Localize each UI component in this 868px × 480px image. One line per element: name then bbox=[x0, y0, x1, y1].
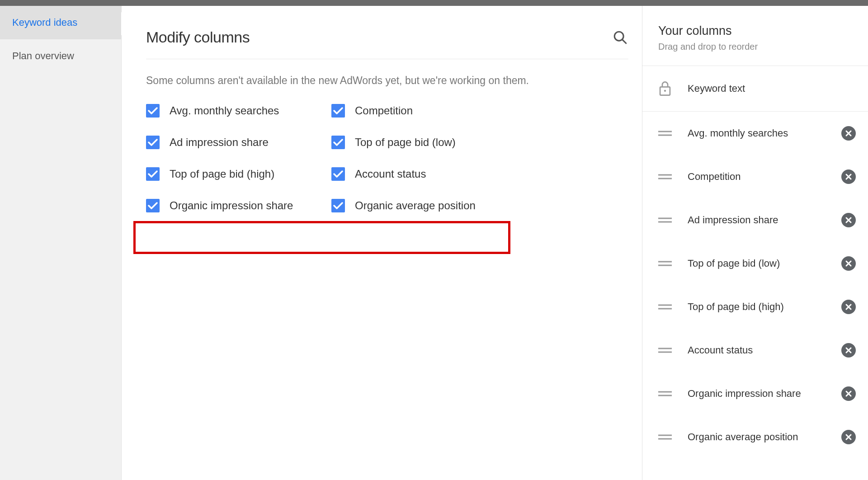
close-icon bbox=[845, 390, 852, 397]
checkbox-row-competition[interactable]: Competition bbox=[331, 104, 512, 118]
drag-handle-icon[interactable] bbox=[658, 130, 672, 136]
column-item[interactable]: Account status bbox=[642, 329, 868, 372]
drag-handle-icon[interactable] bbox=[658, 391, 672, 397]
checkbox-checked-icon bbox=[146, 136, 160, 149]
close-icon bbox=[845, 303, 852, 311]
checkbox-label: Ad impression share bbox=[170, 136, 269, 149]
checkbox-row-top-of-page-bid-low[interactable]: Top of page bid (low) bbox=[331, 136, 512, 149]
right-panel-title: Your columns bbox=[642, 24, 868, 42]
checkbox-label: Top of page bid (low) bbox=[355, 136, 456, 149]
drag-handle-icon[interactable] bbox=[658, 434, 672, 440]
remove-column-button[interactable] bbox=[841, 430, 856, 444]
checkbox-label: Competition bbox=[355, 104, 413, 117]
column-label: Organic impression share bbox=[688, 388, 841, 400]
checkbox-checked-icon bbox=[331, 167, 345, 181]
checkbox-label: Organic average position bbox=[355, 199, 476, 212]
svg-point-3 bbox=[664, 90, 666, 92]
checkbox-checked-icon bbox=[331, 199, 345, 212]
remove-column-button[interactable] bbox=[841, 386, 856, 401]
lock-icon bbox=[658, 81, 672, 96]
column-label: Top of page bid (high) bbox=[688, 301, 841, 313]
checkbox-label: Organic impression share bbox=[170, 199, 293, 212]
close-icon bbox=[845, 130, 852, 137]
locked-column-label: Keyword text bbox=[688, 83, 745, 94]
checkbox-checked-icon bbox=[146, 104, 160, 118]
close-icon bbox=[845, 260, 852, 267]
checkbox-checked-icon bbox=[146, 199, 160, 212]
column-item[interactable]: Ad impression share bbox=[642, 198, 868, 242]
remove-column-button[interactable] bbox=[841, 126, 856, 141]
column-item[interactable]: Avg. monthly searches bbox=[642, 112, 868, 155]
column-item[interactable]: Organic impression share bbox=[642, 372, 868, 415]
column-item[interactable]: Organic average position bbox=[642, 415, 868, 459]
main-header: Modify columns bbox=[146, 6, 628, 59]
checkbox-row-organic-impression-share[interactable]: Organic impression share bbox=[146, 199, 331, 212]
close-icon bbox=[845, 433, 852, 441]
drag-handle-icon[interactable] bbox=[658, 304, 672, 310]
checkbox-checked-icon bbox=[331, 136, 345, 149]
checkbox-row-avg-monthly-searches[interactable]: Avg. monthly searches bbox=[146, 104, 331, 118]
sidebar-item-keyword-ideas[interactable]: Keyword ideas bbox=[0, 6, 121, 39]
column-label: Ad impression share bbox=[688, 214, 841, 226]
column-item[interactable]: Top of page bid (low) bbox=[642, 242, 868, 285]
checkbox-row-organic-average-position[interactable]: Organic average position bbox=[331, 199, 512, 212]
column-item[interactable]: Top of page bid (high) bbox=[642, 285, 868, 329]
left-sidebar: Keyword ideas Plan overview bbox=[0, 6, 122, 480]
close-icon bbox=[845, 173, 852, 180]
checkbox-label: Avg. monthly searches bbox=[170, 104, 279, 117]
main-panel: Modify columns Some columns aren't avail… bbox=[122, 6, 642, 480]
info-text: Some columns aren't available in the new… bbox=[146, 59, 628, 97]
drag-handle-icon[interactable] bbox=[658, 174, 672, 180]
remove-column-button[interactable] bbox=[841, 300, 856, 314]
checkbox-row-top-of-page-bid-high[interactable]: Top of page bid (high) bbox=[146, 167, 331, 181]
checkbox-checked-icon bbox=[331, 104, 345, 118]
right-panel-subtitle: Drag and drop to reorder bbox=[642, 42, 868, 66]
remove-column-button[interactable] bbox=[841, 343, 856, 358]
search-button[interactable] bbox=[612, 29, 628, 46]
search-icon bbox=[613, 30, 628, 45]
svg-line-1 bbox=[623, 39, 626, 43]
drag-handle-icon[interactable] bbox=[658, 217, 672, 223]
checkbox-label: Account status bbox=[355, 168, 426, 180]
drag-handle-icon[interactable] bbox=[658, 347, 672, 353]
top-bar bbox=[0, 0, 868, 6]
checkbox-checked-icon bbox=[146, 167, 160, 181]
column-label: Competition bbox=[688, 171, 841, 183]
checkbox-row-ad-impression-share[interactable]: Ad impression share bbox=[146, 136, 331, 149]
remove-column-button[interactable] bbox=[841, 213, 856, 227]
checkbox-grid: Avg. monthly searches Competition Ad imp… bbox=[146, 97, 628, 212]
remove-column-button[interactable] bbox=[841, 256, 856, 271]
checkbox-label: Top of page bid (high) bbox=[170, 168, 274, 180]
locked-column-row: Keyword text bbox=[642, 66, 868, 112]
your-columns-panel: Your columns Drag and drop to reorder Ke… bbox=[642, 6, 868, 480]
column-label: Organic average position bbox=[688, 431, 841, 443]
sidebar-item-label: Keyword ideas bbox=[12, 17, 77, 28]
close-icon bbox=[845, 216, 852, 224]
column-label: Top of page bid (low) bbox=[688, 258, 841, 269]
layout: Keyword ideas Plan overview Modify colum… bbox=[0, 6, 868, 480]
drag-handle-icon[interactable] bbox=[658, 260, 672, 267]
sidebar-item-plan-overview[interactable]: Plan overview bbox=[0, 39, 121, 73]
column-label: Avg. monthly searches bbox=[688, 127, 841, 139]
checkbox-row-account-status[interactable]: Account status bbox=[331, 167, 512, 181]
sidebar-item-label: Plan overview bbox=[12, 50, 74, 61]
column-item[interactable]: Competition bbox=[642, 155, 868, 198]
remove-column-button[interactable] bbox=[841, 169, 856, 184]
close-icon bbox=[845, 347, 852, 354]
page-title: Modify columns bbox=[146, 28, 612, 46]
column-label: Account status bbox=[688, 344, 841, 356]
